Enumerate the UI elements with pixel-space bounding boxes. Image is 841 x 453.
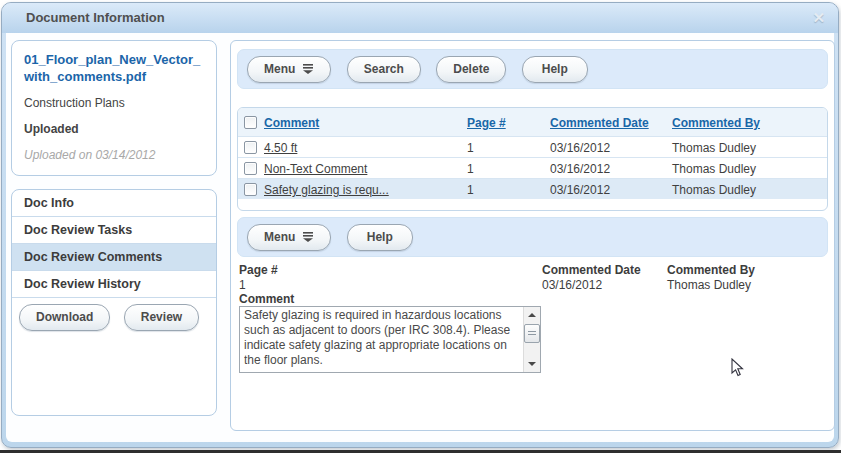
- row-checkbox[interactable]: [244, 183, 257, 196]
- select-all-checkbox[interactable]: [244, 116, 257, 129]
- dialog-body: 01_Floor_plan_New_Vector_with_comments.p…: [6, 33, 834, 442]
- detail-date-label: Commented Date: [542, 263, 641, 277]
- comment-text: Safety glazing is required in hazardous …: [244, 308, 520, 371]
- comment-textarea[interactable]: Safety glazing is required in hazardous …: [239, 306, 541, 373]
- scroll-down-button[interactable]: [524, 356, 540, 372]
- menu-button-top[interactable]: Menu: [247, 56, 331, 83]
- date-cell: 03/16/2012: [550, 141, 610, 155]
- date-cell: 03/16/2012: [550, 162, 610, 176]
- dialog-titlebar[interactable]: Document Information ✕: [2, 3, 838, 33]
- sidebar-buttons: Download Review: [12, 298, 216, 331]
- search-button[interactable]: Search: [347, 56, 421, 83]
- page-cell: 1: [467, 141, 474, 155]
- comments-table-header: Comment Page # Commented Date Commented …: [238, 108, 827, 136]
- by-cell: Thomas Dudley: [672, 183, 756, 197]
- menu-button-bottom[interactable]: Menu: [247, 224, 331, 251]
- detail-by-label: Commented By: [667, 263, 755, 277]
- sort-page-header[interactable]: Page #: [467, 116, 506, 130]
- help-button-bottom[interactable]: Help: [347, 224, 413, 251]
- date-cell: 03/16/2012: [550, 183, 610, 197]
- menu-button-label: Menu: [264, 62, 295, 76]
- comments-toolbar: Menu Search Delete Help: [237, 49, 828, 89]
- detail-page-label: Page #: [239, 263, 278, 277]
- comment-link[interactable]: 4.50 ft: [264, 141, 297, 155]
- dialog-title: Document Information: [26, 10, 165, 25]
- sort-comment-header[interactable]: Comment: [264, 116, 319, 130]
- menu-dropdown-icon: [302, 64, 314, 74]
- file-info-card: 01_Floor_plan_New_Vector_with_comments.p…: [11, 40, 217, 176]
- file-uploaded-note: Uploaded on 03/14/2012: [24, 148, 204, 162]
- scrollbar-thumb[interactable]: [524, 324, 540, 343]
- sort-date-header[interactable]: Commented Date: [550, 116, 649, 130]
- comment-link[interactable]: Non-Text Comment: [264, 162, 367, 176]
- table-row[interactable]: 4.50 ft 1 03/16/2012 Thomas Dudley: [238, 136, 827, 157]
- document-information-dialog: Document Information ✕ 01_Floor_plan_New…: [1, 2, 839, 448]
- scroll-up-button[interactable]: [524, 307, 540, 323]
- sidebar-item-doc-info[interactable]: Doc Info: [12, 190, 216, 217]
- doc-nav-card: Doc Info Doc Review Tasks Doc Review Com…: [11, 189, 217, 416]
- file-status: Uploaded: [24, 122, 204, 136]
- comment-detail-toolbar: Menu Help: [237, 217, 828, 257]
- scroll-up-icon: [528, 313, 536, 317]
- by-cell: Thomas Dudley: [672, 141, 756, 155]
- comment-scrollbar[interactable]: [523, 307, 540, 372]
- detail-date-value: 03/16/2012: [542, 278, 641, 292]
- comment-link[interactable]: Safety glazing is requ...: [264, 183, 389, 197]
- row-checkbox[interactable]: [244, 141, 257, 154]
- table-row-selected[interactable]: Safety glazing is requ... 1 03/16/2012 T…: [238, 178, 827, 199]
- page-cell: 1: [467, 183, 474, 197]
- detail-comment-label: Comment: [239, 292, 294, 306]
- file-name-link[interactable]: 01_Floor_plan_New_Vector_with_comments.p…: [24, 51, 204, 85]
- sidebar-item-doc-review-comments[interactable]: Doc Review Comments: [12, 244, 216, 271]
- row-checkbox[interactable]: [244, 162, 257, 175]
- sidebar-item-doc-review-tasks[interactable]: Doc Review Tasks: [12, 217, 216, 244]
- page-cell: 1: [467, 162, 474, 176]
- detail-by-value: Thomas Dudley: [667, 278, 755, 292]
- delete-button[interactable]: Delete: [436, 56, 506, 83]
- menu-button-label: Menu: [264, 230, 295, 244]
- table-row[interactable]: Non-Text Comment 1 03/16/2012 Thomas Dud…: [238, 157, 827, 178]
- by-cell: Thomas Dudley: [672, 162, 756, 176]
- close-icon[interactable]: ✕: [812, 9, 825, 27]
- scrollbar-grip-icon: [528, 331, 536, 337]
- detail-page-value: 1: [239, 278, 278, 292]
- comments-table: Comment Page # Commented Date Commented …: [237, 107, 828, 211]
- sort-by-header[interactable]: Commented By: [672, 116, 760, 130]
- help-button-top[interactable]: Help: [522, 56, 588, 83]
- menu-dropdown-icon: [302, 232, 314, 242]
- file-category: Construction Plans: [24, 96, 204, 110]
- scroll-down-icon: [528, 362, 536, 366]
- sidebar-item-doc-review-history[interactable]: Doc Review History: [12, 271, 216, 298]
- download-button[interactable]: Download: [19, 304, 110, 331]
- review-button[interactable]: Review: [124, 304, 199, 331]
- mouse-cursor-icon: [731, 358, 745, 378]
